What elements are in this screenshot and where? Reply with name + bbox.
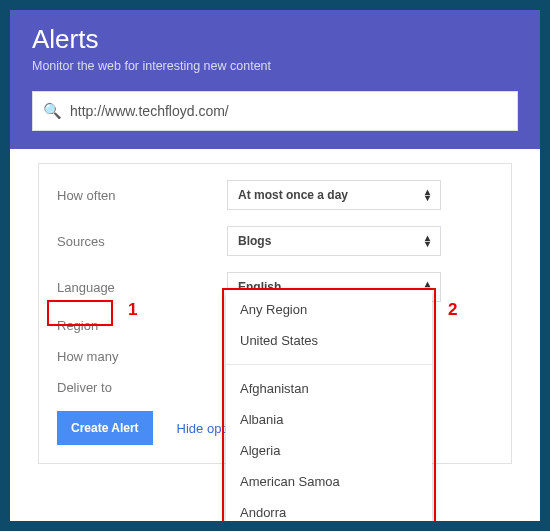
annotation-number-2: 2 (448, 300, 457, 320)
dropdown-item[interactable]: Algeria (226, 435, 432, 466)
header: Alerts Monitor the web for interesting n… (10, 10, 540, 91)
dropdown-item[interactable]: Afghanistan (226, 373, 432, 404)
dropdown-divider (226, 364, 432, 365)
chevron-sort-icon (425, 189, 430, 201)
deliver-to-label: Deliver to (57, 380, 227, 395)
search-box[interactable]: 🔍 (32, 91, 518, 131)
how-often-select[interactable]: At most once a day (227, 180, 441, 210)
sources-select[interactable]: Blogs (227, 226, 441, 256)
search-icon: 🔍 (43, 102, 62, 120)
dropdown-item-united-states[interactable]: United States (226, 325, 432, 356)
dropdown-item-any-region[interactable]: Any Region (226, 294, 432, 325)
region-label: Region (57, 318, 227, 333)
create-alert-button[interactable]: Create Alert (57, 411, 153, 445)
dropdown-item[interactable]: Andorra (226, 497, 432, 521)
how-often-value: At most once a day (238, 188, 348, 202)
search-area: 🔍 (10, 91, 540, 149)
dropdown-item[interactable]: Albania (226, 404, 432, 435)
search-input[interactable] (70, 103, 507, 119)
dropdown-item[interactable]: American Samoa (226, 466, 432, 497)
page-title: Alerts (32, 24, 518, 55)
sources-label: Sources (57, 234, 227, 249)
page-subtitle: Monitor the web for interesting new cont… (32, 59, 518, 73)
chevron-sort-icon (425, 235, 430, 247)
how-often-label: How often (57, 188, 227, 203)
how-many-label: How many (57, 349, 227, 364)
region-dropdown[interactable]: Any Region United States Afghanistan Alb… (226, 290, 432, 521)
language-label: Language (57, 280, 227, 295)
annotation-number-1: 1 (128, 300, 137, 320)
sources-value: Blogs (238, 234, 271, 248)
